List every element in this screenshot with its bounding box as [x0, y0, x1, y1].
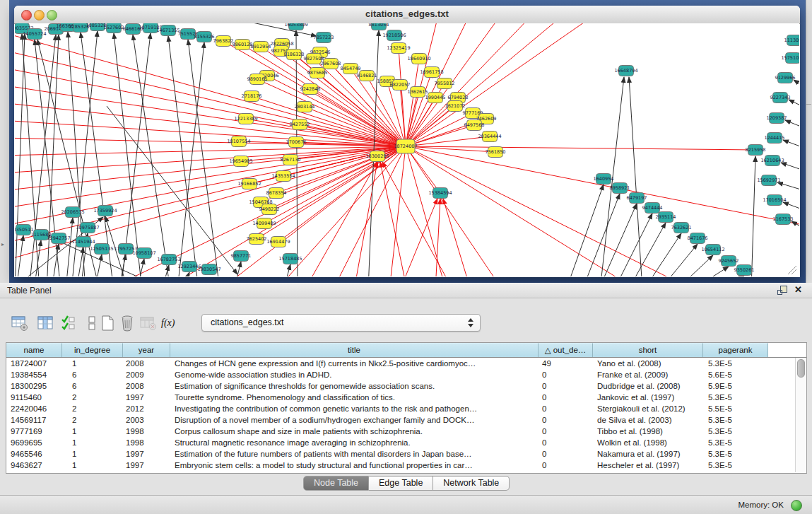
table-cell[interactable]: Yano et al. (2008)	[597, 358, 702, 369]
table-cell[interactable]: Jankovic et al. (1997)	[597, 392, 702, 403]
network-node[interactable]: 8813054	[369, 23, 389, 30]
network-edge[interactable]	[614, 214, 652, 276]
table-cell[interactable]: 2009	[126, 369, 169, 380]
table-cell[interactable]: Dudbridge et al. (2008)	[597, 380, 702, 392]
column-header-pagerank[interactable]: pagerank	[703, 343, 768, 357]
network-node[interactable]: 15692971	[757, 175, 780, 186]
table-cell[interactable]: 9777169	[11, 426, 61, 437]
network-edge[interactable]	[133, 35, 170, 276]
table-cell[interactable]: 0	[542, 392, 592, 403]
table-cell[interactable]: 1997	[126, 392, 169, 403]
column-functions-icon[interactable]	[61, 315, 78, 332]
network-node[interactable]: 18300295	[365, 151, 389, 162]
column-header-year[interactable]: year	[123, 343, 170, 357]
table-cell[interactable]: 14569117	[11, 414, 61, 426]
table-cell[interactable]: 9115460	[11, 392, 61, 403]
network-node[interactable]: 7625402	[247, 234, 267, 245]
network-node[interactable]: 8860128	[233, 40, 253, 50]
network-edge[interactable]	[794, 80, 799, 89]
table-cell[interactable]: 18300295	[11, 380, 61, 392]
window-titlebar[interactable]: citations_edges.txt	[14, 6, 800, 24]
table-cell[interactable]: Hescheler et al. (1997)	[597, 460, 702, 471]
network-edge[interactable]	[676, 255, 713, 276]
table-cell[interactable]: Stergiakouli et al. (2012)	[597, 403, 702, 414]
table-cell[interactable]: 1	[72, 358, 122, 369]
table-cell[interactable]: 5.3E-5	[708, 414, 767, 426]
network-node[interactable]: 9146821	[357, 71, 377, 81]
resize-grip-icon[interactable]	[788, 266, 796, 274]
network-node[interactable]: 8267130	[281, 155, 301, 165]
network-node[interactable]: 2935114	[656, 212, 676, 223]
network-edge[interactable]	[406, 146, 799, 226]
table-row[interactable]: 977716911998Corpus callosum shape and si…	[6, 426, 787, 437]
network-edge[interactable]	[660, 244, 698, 276]
network-edge[interactable]	[389, 146, 406, 276]
network-node[interactable]: 9227343	[770, 93, 791, 103]
table-cell[interactable]: 0	[542, 414, 592, 426]
network-edge[interactable]	[777, 182, 799, 192]
table-row[interactable]: 1938455462009Genome-wide association stu…	[6, 369, 787, 380]
table-cell[interactable]: Franke et al. (2009)	[597, 369, 702, 380]
table-cell[interactable]: 9463627	[11, 460, 61, 471]
network-node[interactable]: 7955812	[435, 78, 455, 89]
network-node[interactable]: 10654112	[701, 245, 724, 255]
table-cell[interactable]: 19384554	[11, 369, 61, 380]
network-node[interactable]: 15718485	[278, 254, 302, 264]
network-edge[interactable]	[785, 120, 799, 129]
network-edge[interactable]	[751, 156, 755, 276]
network-edge[interactable]	[137, 259, 144, 276]
table-cell[interactable]: 0	[542, 460, 592, 471]
table-cell[interactable]: 5.3E-5	[708, 460, 767, 471]
network-node[interactable]: 16053809	[284, 23, 307, 30]
table-cell[interactable]: 6	[72, 369, 122, 380]
network-node[interactable]: 8912954	[251, 42, 271, 52]
tab-node-table[interactable]: Node Table	[303, 476, 369, 491]
table-cell[interactable]: 2003	[126, 414, 169, 426]
network-edge[interactable]	[783, 202, 799, 211]
network-node[interactable]: 18640910	[407, 54, 430, 64]
table-cell[interactable]: 5.6E-5	[708, 369, 767, 380]
network-edge[interactable]	[644, 233, 681, 276]
table-cell[interactable]: 2008	[126, 380, 169, 392]
table-cell[interactable]: 5.3E-5	[708, 358, 767, 369]
network-node[interactable]: 1167533	[773, 214, 794, 225]
table-row[interactable]: 1456911722003Disruption of a novel membe…	[6, 414, 787, 426]
function-builder-icon[interactable]: f(x)	[161, 317, 175, 329]
memory-ok-indicator[interactable]	[791, 500, 802, 511]
table-cell[interactable]: 5.3E-5	[708, 426, 767, 437]
table-cell[interactable]: 1	[72, 426, 122, 437]
table-cell[interactable]: 9699695	[11, 437, 61, 448]
table-cell[interactable]: 2	[72, 414, 122, 426]
scrollbar-thumb[interactable]	[797, 359, 805, 378]
network-node[interactable]: 8678354	[266, 188, 287, 199]
network-edge[interactable]	[406, 23, 566, 146]
network-node[interactable]: 2718176	[242, 91, 262, 102]
table-cell[interactable]: 2008	[126, 358, 169, 369]
column-header-out_de[interactable]: △ out_de…	[539, 343, 593, 357]
network-edge[interactable]	[15, 146, 406, 244]
network-node[interactable]: 6479197	[627, 193, 647, 204]
table-cell[interactable]: 2	[72, 392, 122, 403]
network-node[interactable]: 9498222	[259, 204, 280, 215]
network-edge[interactable]	[789, 100, 799, 109]
table-cell[interactable]: 0	[542, 426, 592, 437]
select-columns-icon[interactable]	[37, 315, 54, 332]
column-header-short[interactable]: short	[593, 343, 703, 357]
network-node[interactable]: 12505135	[90, 244, 113, 255]
network-node[interactable]: 1700676	[286, 137, 307, 148]
network-node[interactable]: 8958921	[610, 183, 630, 194]
table-row[interactable]: 969969511998Structural magnetic resonanc…	[6, 437, 787, 448]
network-node[interactable]: 9875685	[307, 68, 328, 78]
network-node[interactable]: 6822057	[390, 80, 411, 90]
column-header-in_degree[interactable]: in_degree	[62, 343, 123, 357]
network-node[interactable]: 11451944	[71, 237, 95, 247]
network-node[interactable]: 2803144	[295, 102, 315, 112]
table-cell[interactable]: 1998	[126, 437, 169, 448]
table-cell[interactable]: 1	[72, 448, 122, 460]
table-cell[interactable]: 0	[542, 448, 592, 460]
network-edge[interactable]	[305, 107, 406, 146]
network-edge[interactable]	[400, 199, 437, 276]
table-cell[interactable]: Tibbo et al. (1998)	[597, 426, 702, 437]
network-node[interactable]: 9245652	[719, 256, 739, 267]
table-cell[interactable]: 9465546	[11, 448, 61, 460]
